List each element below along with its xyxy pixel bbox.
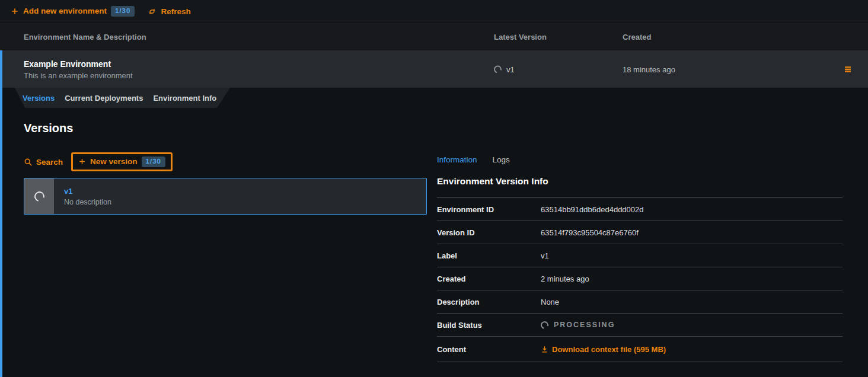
row-value: None [541,298,559,306]
refresh-label: Refresh [161,7,190,16]
version-card-body: v1 No description [54,178,111,214]
row-label: Environment ID [437,205,541,214]
tab-versions[interactable]: Versions [23,94,55,103]
download-context-file-link[interactable]: Download context file (595 MB) [541,345,666,354]
row-label: Created [437,274,541,283]
environment-row[interactable]: Example Environment This is an example e… [0,50,868,88]
toolbar: Add new environment 1/30 Refresh [0,0,868,23]
table-row-created: Created 2 minutes ago [437,267,843,290]
table-row-build-status: Build Status PROCESSING [437,313,843,336]
column-header-name: Environment Name & Description [24,33,146,41]
row-menu-icon[interactable] [843,65,853,74]
environments-table-header: Environment Name & Description Latest Ve… [0,23,868,50]
download-link-label: Download context file (595 MB) [552,345,666,354]
detail-tabs: Information Logs [437,155,510,164]
row-label: Label [437,251,541,260]
add-new-environment-label: Add new environment [23,7,107,15]
tab-logs[interactable]: Logs [493,155,510,164]
tab-information[interactable]: Information [437,155,477,164]
version-count-badge: 1/30 [142,156,165,168]
table-row-label: Label v1 [437,244,843,267]
row-label: Description [437,298,541,306]
table-row-content: Content Download context file (595 MB) [437,336,843,362]
version-label: v1 [64,187,111,196]
latest-version-cell: v1 [494,65,515,74]
search-icon [24,158,33,167]
row-value: 63514bb91ddb6ded4ddd002d [541,205,644,214]
environments-page: Add new environment 1/30 Refresh Environ… [0,0,868,377]
row-value: v1 [541,251,549,260]
row-label: Content [437,345,541,354]
search-button[interactable]: Search [24,158,63,167]
environment-tab-strip: Versions Current Deployments Environment… [15,88,230,108]
detail-panel-title: Environment Version Info [437,176,548,187]
build-status-badge: PROCESSING [541,321,615,329]
tab-environment-info[interactable]: Environment Info [153,94,216,103]
table-row-version-id: Version ID 63514f793c95504c87e6760f [437,221,843,244]
environment-count-badge: 1/30 [111,6,135,17]
row-value: 2 minutes ago [541,274,589,283]
build-status-text: PROCESSING [554,321,615,329]
new-version-button[interactable]: New version 1/30 [78,156,165,168]
version-status-block [24,178,54,214]
version-list-item[interactable]: v1 No description [24,178,427,215]
versions-section-title: Versions [24,122,73,135]
table-row-environment-id: Environment ID 63514bb91ddb6ded4ddd002d [437,197,843,221]
versions-controls: Search New version 1/30 [24,152,173,172]
environment-detail-section: Versions Current Deployments Environment… [0,88,868,377]
created-cell: 18 minutes ago [623,65,675,74]
environment-description: This is an example environment [24,71,133,79]
spinner-icon [32,189,46,203]
spinner-icon [493,64,503,75]
plus-icon [78,158,86,165]
new-version-highlight-box: New version 1/30 [71,152,173,171]
search-label: Search [36,158,63,167]
selected-row-indicator [0,50,2,377]
refresh-button[interactable]: Refresh [148,7,190,16]
refresh-icon [148,7,157,16]
add-new-environment-button[interactable]: Add new environment 1/30 [11,6,135,17]
environment-name-block: Example Environment This is an example e… [24,59,133,79]
table-row-description: Description None [437,290,843,313]
tab-current-deployments[interactable]: Current Deployments [65,94,143,103]
column-header-created: Created [623,33,651,41]
new-version-label: New version [90,157,138,166]
column-header-latest-version: Latest Version [494,33,547,41]
download-icon [541,346,548,353]
row-label: Version ID [437,228,541,237]
environment-name: Example Environment [24,59,133,68]
spinner-icon [540,320,550,330]
version-info-table: Environment ID 63514bb91ddb6ded4ddd002d … [437,197,843,362]
plus-icon [11,7,19,15]
latest-version-value: v1 [506,65,515,74]
version-description: No description [64,198,111,206]
row-label: Build Status [437,321,541,330]
row-value: 63514f793c95504c87e6760f [541,228,639,237]
